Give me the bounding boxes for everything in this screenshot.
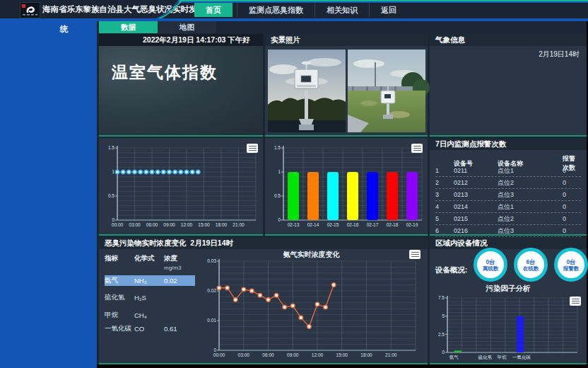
nh3-chart-zone: 氨气实时浓度变化 00.010.020.0300:0003:0006:0009:… (198, 250, 425, 362)
col-concentration: 浓度mg/m3 (164, 254, 195, 271)
daily-index-panel: 00.511.502-1302-1402-1502-1602-1702-1802… (265, 138, 428, 236)
svg-text:12:00: 12:00 (312, 352, 324, 357)
table-row: 6 0216 点位3 0 (435, 225, 581, 237)
row-index: 4 (435, 203, 454, 210)
pollutant-table-body: 氨气 NH₃ 0.02 硫化氢 H₂S 甲烷 CH₄ 一氧化碳 CO (105, 275, 195, 334)
svg-text:18:00: 18:00 (360, 352, 372, 357)
svg-text:15:00: 15:00 (336, 352, 348, 357)
chart-menu-icon[interactable] (247, 144, 258, 153)
alarm-table-body: 1 0211 点位1 0 2 0212 点位2 0 3 0213 点位3 0 (435, 165, 581, 237)
stat-badge: 0台 离线数 (474, 248, 507, 282)
unit-label: mg/m3 (164, 265, 181, 271)
alarm-table: 设备号 设备名称 报警次数 1 0211 点位1 0 2 0212 点位2 0 (435, 154, 581, 237)
photos-panel-title: 实景照片 (265, 34, 428, 46)
view-tab[interactable]: 地图 (158, 21, 216, 33)
svg-text:03:00: 03:00 (129, 222, 141, 227)
device-overview-label: 设备概况: (435, 265, 468, 275)
chart-menu-icon[interactable] (411, 144, 423, 153)
system-title-wrap: 统 (60, 24, 69, 35)
svg-text:0.01: 0.01 (207, 318, 216, 323)
svg-text:21:00: 21:00 (233, 222, 245, 227)
view-tabs: 数据地图 (99, 21, 216, 33)
weather-timestamp: 2月19日14时 (539, 50, 580, 59)
pollution-factor-chart: 02.557.5氨气硫化氢甲烷一氧化碳 (433, 294, 582, 362)
svg-text:09:00: 09:00 (287, 352, 299, 357)
row-index: 1 (435, 167, 454, 174)
site-photo-1 (268, 50, 346, 132)
svg-text:硫化氢: 硫化氢 (478, 355, 493, 360)
svg-text:5: 5 (442, 314, 445, 318)
photo-row (268, 50, 425, 132)
hourly-index-chart: 00.511.500:0003:0006:0009:0012:0015:0018… (100, 141, 260, 233)
svg-text:06:00: 06:00 (146, 222, 158, 227)
hourly-index-panel: 00.511.500:0003:0006:0009:0012:0015:0018… (99, 138, 263, 236)
stat-count: 0台 (486, 258, 495, 265)
table-row: 4 0214 点位1 0 (435, 201, 581, 213)
main-nav-menu: 首页监测点恶臭指数相关知识返回 (194, 2, 408, 17)
svg-text:02-19: 02-19 (406, 222, 418, 227)
alarm-count: 0 (563, 179, 581, 186)
row-index: 5 (435, 215, 454, 222)
alarm-count: 0 (563, 191, 581, 198)
row-index: 6 (435, 227, 454, 234)
alarm-count: 0 (563, 215, 581, 222)
svg-text:15:00: 15:00 (198, 222, 210, 227)
view-tab[interactable]: 数据 (99, 21, 158, 33)
pollutant-row[interactable]: 氨气 NH₃ 0.02 (105, 275, 195, 286)
svg-text:0.5: 0.5 (108, 193, 114, 198)
nav-menu-item[interactable]: 监测点恶臭指数 (237, 3, 314, 17)
pollutant-row[interactable]: 一氧化碳 CO 0.61 (105, 323, 195, 334)
stat-badge: 0台 报警数 (554, 248, 588, 282)
device-no: 0213 (454, 191, 498, 198)
indicator-name: 一氧化碳 (105, 324, 134, 333)
svg-text:7.5: 7.5 (438, 295, 445, 300)
pollutants-panel: 恶臭污染物实时浓度变化 2月19日14时 指标 化学式 浓度mg/m3 氨气 N… (99, 237, 428, 364)
chart-menu-icon[interactable] (409, 250, 421, 259)
navbar-curve-decoration (152, 0, 194, 18)
weather-panel-title: 气象信息 (430, 34, 587, 46)
stat-count: 6台 (526, 258, 535, 265)
weather-panel: 气象信息 2月19日14时 (430, 34, 587, 137)
svg-text:12:00: 12:00 (181, 222, 193, 227)
table-row: 3 0213 点位3 0 (435, 189, 581, 201)
alarm-count: 0 (563, 167, 581, 174)
nav-menu-item[interactable]: 相关知识 (314, 3, 369, 17)
indicator-name: 氨气 (105, 276, 134, 285)
svg-text:1.5: 1.5 (274, 145, 281, 150)
svg-text:0: 0 (278, 217, 281, 222)
app-logo-icon (20, 2, 40, 18)
svg-text:02-18: 02-18 (387, 222, 399, 227)
svg-text:0.5: 0.5 (274, 193, 281, 198)
chart-menu-icon[interactable] (570, 297, 581, 306)
svg-text:0.03: 0.03 (207, 258, 216, 263)
chemical-formula: CH₄ (134, 311, 164, 319)
svg-text:09:00: 09:00 (163, 222, 175, 227)
table-row: 2 0212 点位2 0 (435, 177, 581, 189)
datetime-header: 2022年2月19日 14:17:03 下午好 (99, 34, 263, 46)
devices-panel: 区域内设备情况 设备概况: 0台 离线数 6台 在线数 0台 报警数 污染因子分… (430, 237, 587, 364)
svg-text:1.5: 1.5 (108, 145, 114, 150)
device-no: 0212 (454, 179, 498, 186)
svg-text:02-14: 02-14 (307, 222, 319, 227)
svg-text:一氧化碳: 一氧化碳 (512, 355, 531, 360)
pollutant-row[interactable]: 甲烷 CH₄ (105, 310, 195, 321)
svg-text:02-13: 02-13 (288, 222, 300, 227)
alarm-table-header: 设备号 设备名称 报警次数 (435, 154, 581, 165)
alarm-count: 0 (563, 203, 581, 210)
alarm-table-panel: 7日内监测点报警次数 设备号 设备名称 报警次数 1 0211 点位1 0 2 … (430, 138, 587, 236)
left-sidebar: 统 (0, 21, 97, 368)
svg-text:06:00: 06:00 (262, 352, 274, 357)
top-navbar: 海南省乐东黎族自治县大气恶臭状况实时发布系 首页监测点恶臭指数相关知识返回 (0, 0, 588, 18)
alarm-panel-title: 7日内监测点报警次数 (430, 138, 587, 150)
indicator-name: 硫化氢 (105, 293, 134, 302)
nav-menu-item[interactable]: 首页 (194, 3, 233, 17)
device-no: 0214 (454, 203, 498, 210)
nav-menu-item[interactable]: 返回 (369, 3, 408, 17)
stat-label: 离线数 (483, 265, 499, 272)
device-name: 点位3 (498, 190, 563, 200)
daily-index-chart: 00.511.502-1302-1402-1502-1602-1702-1802… (266, 141, 426, 233)
greeting-panel: 2022年2月19日 14:17:03 下午好 温室气体指数 (99, 34, 263, 137)
pollutant-row[interactable]: 硫化氢 H₂S (105, 292, 195, 303)
svg-text:00:00: 00:00 (112, 222, 124, 227)
stat-count: 0台 (566, 258, 575, 265)
